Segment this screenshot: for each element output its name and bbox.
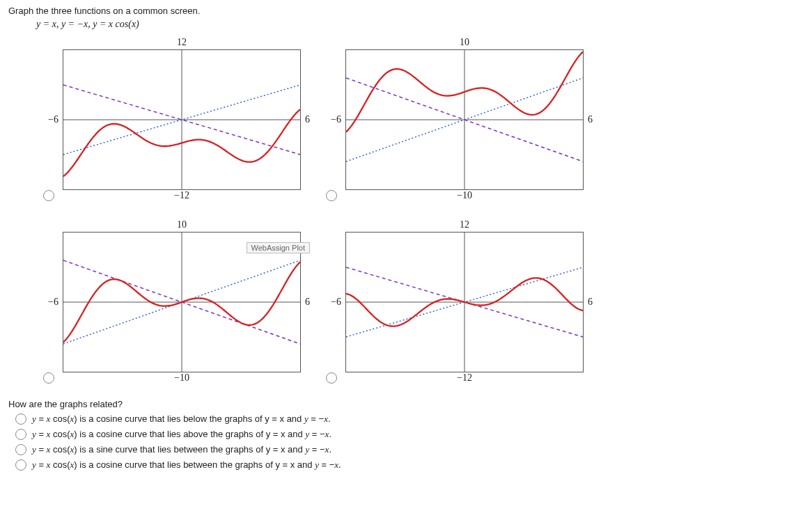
answer-text: y = x cos(x) is a cosine curve that lies… xyxy=(32,429,331,440)
x-left-label: −6 xyxy=(331,114,341,125)
y-top-label: 10 xyxy=(177,219,187,232)
radio-plot-A[interactable] xyxy=(43,190,54,201)
answer-text: y = x cos(x) is a cosine curve that lies… xyxy=(32,459,341,471)
answer-option-1[interactable]: y = x cos(x) is a cosine curve that lies… xyxy=(15,413,804,425)
question-2: How are the graphs related? xyxy=(8,399,804,409)
answer-option-2[interactable]: y = x cos(x) is a cosine curve that lies… xyxy=(15,429,804,440)
plot-A: 12−66−12 xyxy=(63,37,301,203)
plot-D: 12−66−12 xyxy=(345,219,584,385)
plot-canvas: −66 xyxy=(345,49,584,190)
plot-choices: 12−66−1210−66−1010−66WebAssign Plot−1012… xyxy=(43,37,804,385)
plot-option-C[interactable]: 10−66WebAssign Plot−10 xyxy=(43,219,301,385)
x-left-label: −6 xyxy=(331,297,341,308)
y-bottom-label: −12 xyxy=(174,190,189,203)
equation-list: y = x, y = −x, y = x cos(x) xyxy=(36,19,804,30)
radio-plot-C[interactable] xyxy=(43,372,54,384)
radio-plot-B[interactable] xyxy=(326,190,337,201)
x-right-label: 6 xyxy=(305,114,310,125)
plot-C: 10−66WebAssign Plot−10 xyxy=(63,219,301,385)
y-bottom-label: −10 xyxy=(174,372,189,385)
plot-option-A[interactable]: 12−66−12 xyxy=(43,37,301,203)
radio-answer-4[interactable] xyxy=(15,459,26,471)
y-bottom-label: −12 xyxy=(457,372,472,385)
plot-option-D[interactable]: 12−66−12 xyxy=(326,219,584,385)
x-right-label: 6 xyxy=(588,297,593,308)
answer-list: y = x cos(x) is a cosine curve that lies… xyxy=(15,413,804,471)
y-top-label: 12 xyxy=(460,219,469,232)
answer-text: y = x cos(x) is a cosine curve that lies… xyxy=(32,413,331,425)
plot-B: 10−66−10 xyxy=(345,37,584,203)
x-left-label: −6 xyxy=(48,114,58,125)
x-right-label: 6 xyxy=(588,114,593,125)
radio-answer-3[interactable] xyxy=(15,444,26,455)
answer-option-4[interactable]: y = x cos(x) is a cosine curve that lies… xyxy=(15,459,804,471)
answer-option-3[interactable]: y = x cos(x) is a sine curve that lies b… xyxy=(15,444,804,455)
radio-plot-D[interactable] xyxy=(326,372,337,384)
radio-answer-2[interactable] xyxy=(15,429,26,440)
plot-canvas: −66WebAssign Plot xyxy=(63,232,301,372)
question-prompt: Graph the three functions on a common sc… xyxy=(8,6,804,16)
y-top-label: 10 xyxy=(460,37,469,49)
y-top-label: 12 xyxy=(177,37,187,49)
answer-text: y = x cos(x) is a sine curve that lies b… xyxy=(32,444,331,455)
x-left-label: −6 xyxy=(48,297,58,308)
x-right-label: 6 xyxy=(305,297,310,308)
plot-canvas: −66 xyxy=(63,49,301,190)
radio-answer-1[interactable] xyxy=(15,413,26,425)
y-bottom-label: −10 xyxy=(457,190,472,203)
plot-option-B[interactable]: 10−66−10 xyxy=(326,37,584,203)
plot-canvas: −66 xyxy=(345,232,584,372)
